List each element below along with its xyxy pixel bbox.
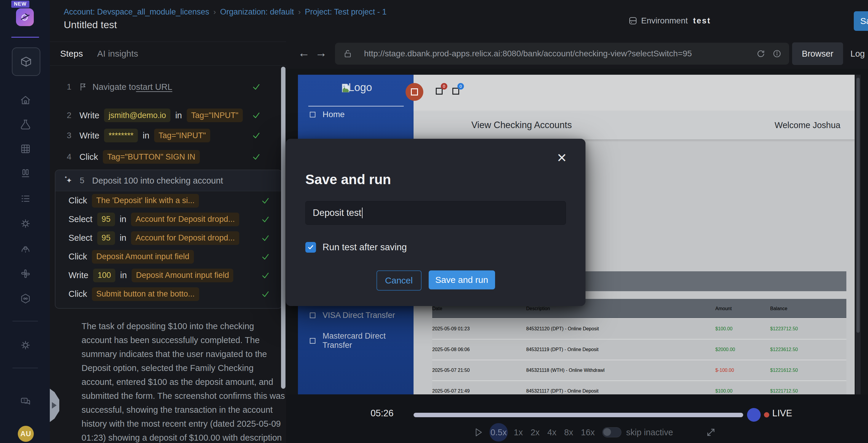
refresh-icon[interactable]	[756, 49, 765, 58]
step-target-badge[interactable]: Account for Deposit dropd...	[131, 213, 239, 226]
step-connector: in	[120, 270, 127, 280]
run-after-saving-row[interactable]: Run test after saving	[305, 242, 407, 253]
speed-option-16x[interactable]: 16x	[581, 427, 595, 437]
step-row[interactable]: ClickThe 'Deposit' link with a si...	[68, 191, 282, 210]
step-row[interactable]: 4ClickTag="BUTTON" SIGN IN	[66, 149, 277, 165]
tab-ai-insights[interactable]: AI insights	[97, 49, 138, 59]
tab-steps[interactable]: Steps	[60, 49, 83, 59]
step-target-badge[interactable]: Account for Deposit dropd...	[131, 231, 239, 245]
expand-icon[interactable]	[706, 427, 716, 438]
settings-gear-icon[interactable]	[12, 213, 39, 234]
flask-icon[interactable]	[12, 114, 39, 135]
cell-date: 2025-05-09 01:23	[432, 319, 526, 339]
test-name-input[interactable]: Deposit test	[305, 201, 566, 225]
step-connector: in	[175, 111, 182, 120]
step-row[interactable]: ClickDeposit Amount input field	[68, 247, 282, 266]
bank-nav-item[interactable]: VISA Direct Transfer	[310, 311, 395, 320]
forward-arrow-icon[interactable]: →	[315, 46, 327, 60]
back-arrow-icon[interactable]: ←	[298, 46, 310, 60]
close-icon[interactable]: ✕	[555, 151, 569, 165]
sidebar-item-tests[interactable]	[12, 48, 40, 76]
step-row[interactable]: Select95inAccount for Deposit dropd...	[68, 210, 282, 229]
info-icon[interactable]	[773, 49, 781, 58]
speed-option-1x[interactable]: 1x	[514, 427, 523, 437]
step-row[interactable]: ClickSubmit button at the botto...	[68, 285, 282, 303]
step-target-badge[interactable]: Tag="INPUT"	[187, 109, 243, 122]
speed-option-0.5x[interactable]: 0.5x	[490, 423, 508, 442]
save-and-run-button[interactable]: Save and run	[429, 270, 495, 289]
speed-option-4x[interactable]: 4x	[547, 427, 556, 437]
check-icon	[261, 234, 270, 242]
table-row[interactable]: 2025-05-07 21:49845321117 (DPT) - Online…	[432, 380, 846, 394]
step-value-badge[interactable]: ********	[104, 129, 138, 142]
table-row[interactable]: 2025-05-09 01:23845321120 (DPT) - Online…	[432, 318, 846, 339]
step-target-badge[interactable]: Deposit Amount input field	[132, 269, 234, 282]
bank-header: User Avat 00	[413, 75, 855, 111]
checkbox-checked-icon[interactable]	[305, 242, 316, 253]
timeline-thumb[interactable]	[747, 408, 761, 422]
step-row[interactable]: Write100inDeposit Amount input field	[68, 266, 282, 285]
timeline-track[interactable]	[413, 413, 743, 417]
list-icon[interactable]	[12, 188, 39, 209]
step-value-badge[interactable]: jsmith@demo.io	[104, 109, 170, 122]
step-value-badge[interactable]: 100	[93, 269, 115, 282]
cell-balance: $1223612.50	[770, 339, 846, 360]
grid-icon[interactable]	[12, 139, 39, 159]
url-text[interactable]: http://stage.dbank.prod-apps.relicx.ai:8…	[364, 49, 756, 58]
step-row[interactable]: 3Write********inTag="INPUT"	[66, 127, 277, 144]
breadcrumb-item[interactable]: Organization: default	[220, 7, 294, 17]
slack-icon[interactable]	[12, 263, 39, 284]
steps-scrollbar[interactable]	[281, 67, 285, 389]
step-number: 3	[66, 131, 72, 140]
bank-sidebar-divider	[308, 106, 404, 107]
help-chat-icon[interactable]: ?	[12, 391, 39, 412]
step-value-badge[interactable]: 95	[97, 213, 115, 226]
recording-indicator[interactable]	[406, 83, 423, 101]
url-bar[interactable]: http://stage.dbank.prod-apps.relicx.ai:8…	[335, 43, 789, 65]
step-row[interactable]: Select95inAccount for Deposit dropd...	[68, 229, 282, 247]
brand-logo-icon[interactable]	[16, 8, 34, 26]
play-icon[interactable]	[475, 427, 483, 437]
speed-option-2x[interactable]: 2x	[531, 427, 540, 437]
step-value-badge[interactable]: 95	[97, 231, 115, 245]
step-row[interactable]: 2Writejsmith@demo.ioinTag="INPUT"	[66, 107, 277, 123]
table-row[interactable]: 2025-05-07 21:50845321118 (WTH) - Online…	[432, 360, 846, 380]
tab-browser[interactable]: Browser	[792, 42, 843, 65]
live-label: LIVE	[772, 408, 792, 419]
breadcrumb-item[interactable]: Account: Devspace_all_module_licenses	[64, 7, 209, 17]
bank-scrollbar[interactable]	[856, 75, 861, 394]
bank-nav-home[interactable]: Home	[310, 110, 345, 119]
breadcrumb-item[interactable]: Project: Test project - 1	[305, 7, 386, 17]
speed-option-8x[interactable]: 8x	[564, 427, 573, 437]
browser-toolbar: ← → http://stage.dbank.prod-apps.relicx.…	[286, 38, 868, 69]
step-row[interactable]: 1Navigate to start URL	[66, 79, 277, 95]
tab-log[interactable]: Log	[847, 42, 868, 65]
step-group[interactable]: ✦✦ 5 Deposit 100 into checking account C…	[55, 170, 282, 309]
step-group-header[interactable]: ✦✦ 5 Deposit 100 into checking account	[56, 170, 282, 191]
step-target-badge[interactable]: Submit button at the botto...	[92, 287, 199, 301]
bank-nav-label: Home	[322, 110, 345, 119]
user-avatar[interactable]: AU	[18, 426, 34, 442]
badge-square-icon[interactable]	[436, 88, 443, 95]
home-icon[interactable]	[12, 90, 39, 110]
step-target-badge[interactable]: The 'Deposit' link with a si...	[92, 194, 199, 208]
cancel-button[interactable]: Cancel	[376, 270, 422, 291]
bank-logo[interactable]: Logo	[342, 81, 372, 94]
table-row[interactable]: 2025-05-08 06:06845321119 (DPT) - Online…	[432, 339, 846, 360]
workspace-gear-icon[interactable]	[12, 335, 39, 356]
environment-selector[interactable]: Environment test	[628, 12, 711, 30]
step-target-badge[interactable]: Deposit Amount input field	[92, 250, 194, 264]
columns-icon[interactable]	[12, 164, 39, 184]
save-button[interactable]: Save	[854, 11, 868, 31]
badge-square-icon[interactable]	[453, 88, 459, 95]
support-agent-icon[interactable]	[12, 238, 39, 259]
step-action: Click	[68, 252, 87, 262]
save-and-run-modal: ✕ Save and run Deposit test Run test aft…	[286, 139, 586, 306]
step-target-badge[interactable]: Tag="INPUT"	[154, 129, 210, 142]
step-link[interactable]: start URL	[136, 82, 172, 92]
step-connector: in	[120, 214, 127, 224]
step-target-badge[interactable]: Tag="BUTTON" SIGN IN	[103, 150, 200, 164]
skip-inactive-toggle[interactable]	[602, 427, 621, 437]
cicd-infinity-icon[interactable]	[12, 288, 39, 309]
bank-nav-item[interactable]: Mastercard Direct Transfer	[310, 331, 413, 350]
